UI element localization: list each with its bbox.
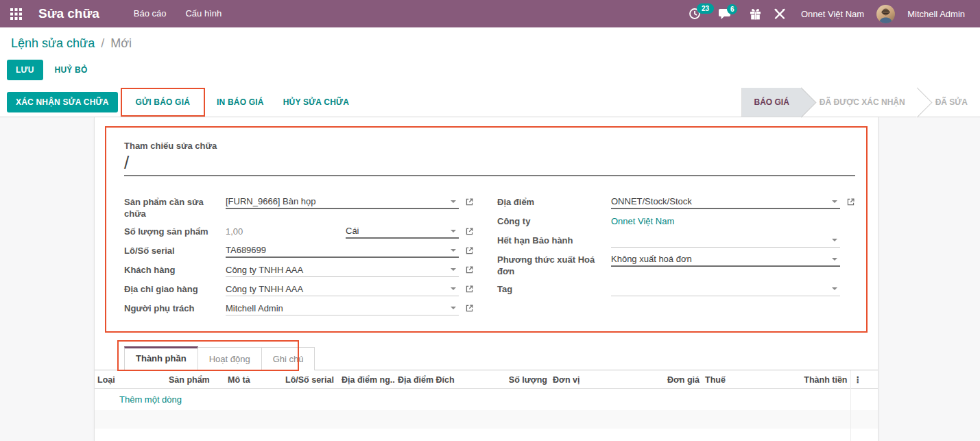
field-row-location: Địa điểm ONNET/Stock/Stock bbox=[497, 195, 855, 209]
components-table: Loại Sản phẩm Mô tả Lô/Số serial Địa điể… bbox=[95, 370, 878, 441]
form-sheet: Tham chiếu sửa chữa / Sản phẩm cần sửa c… bbox=[94, 117, 879, 441]
apps-grid-icon[interactable] bbox=[0, 0, 32, 27]
chevron-down-icon[interactable] bbox=[451, 287, 456, 290]
field-row-product: Sản phẩm cần sửa chữa [FURN_9666] Bàn họ… bbox=[124, 195, 474, 219]
company-value[interactable]: Onnet Việt Nam bbox=[611, 214, 840, 228]
col-lot[interactable]: Lô/Số serial bbox=[283, 370, 339, 389]
col-tax[interactable]: Thuế bbox=[702, 370, 757, 389]
optional-columns-icon[interactable]: ⋮ bbox=[850, 370, 878, 389]
empty-row bbox=[95, 410, 878, 429]
delivery-address-input[interactable]: Công ty TNHH AAA bbox=[226, 282, 459, 296]
col-subtotal[interactable]: Thành tiền bbox=[757, 370, 850, 389]
product-label: Sản phẩm cần sửa chữa bbox=[124, 195, 226, 219]
chevron-down-icon[interactable] bbox=[451, 307, 456, 309]
reference-input[interactable]: / bbox=[124, 151, 855, 176]
chevron-down-icon[interactable] bbox=[451, 249, 456, 252]
field-row-lot: Lô/Số serial TA689699 bbox=[124, 243, 474, 258]
empty-row bbox=[95, 429, 878, 441]
external-link-icon[interactable] bbox=[465, 246, 474, 255]
tab-notes[interactable]: Ghi chú bbox=[261, 347, 315, 370]
col-type[interactable]: Loại bbox=[95, 370, 166, 389]
wrench-tools-icon bbox=[774, 8, 786, 20]
tab-operations[interactable]: Hoạt động bbox=[198, 347, 262, 370]
menu-reports[interactable]: Báo cáo bbox=[124, 0, 176, 27]
discard-button[interactable]: HUỶ BỎ bbox=[46, 60, 97, 80]
chevron-down-icon[interactable] bbox=[832, 200, 837, 203]
chevron-down-icon[interactable] bbox=[451, 230, 456, 233]
breadcrumb-separator: / bbox=[101, 36, 104, 50]
breadcrumb-parent[interactable]: Lệnh sửa chữa bbox=[11, 36, 95, 50]
warranty-input[interactable] bbox=[611, 233, 840, 248]
tools-button[interactable] bbox=[771, 5, 789, 23]
company-label: Công ty bbox=[497, 214, 611, 227]
col-product[interactable]: Sản phẩm bbox=[166, 370, 225, 389]
external-link-icon[interactable] bbox=[465, 304, 474, 313]
warranty-label: Hết hạn Bảo hành bbox=[497, 233, 611, 246]
col-description[interactable]: Mô tả bbox=[225, 370, 283, 389]
send-quotation-button[interactable]: GỬI BÁO GIÁ bbox=[127, 92, 200, 112]
table-row: Thêm một dòng bbox=[95, 389, 878, 411]
gift-button[interactable] bbox=[747, 5, 764, 23]
annotation-box-send-quote: GỬI BÁO GIÁ bbox=[121, 88, 206, 117]
notebook: Thành phần Hoạt động Ghi chú Loại Sản ph… bbox=[95, 346, 878, 441]
table-header-row: Loại Sản phẩm Mô tả Lô/Số serial Địa điể… bbox=[95, 370, 878, 389]
responsible-input[interactable]: Mitchell Admin bbox=[226, 301, 459, 315]
external-link-icon[interactable] bbox=[465, 265, 474, 274]
chevron-down-icon[interactable] bbox=[832, 239, 837, 241]
location-input[interactable]: ONNET/Stock/Stock bbox=[611, 195, 840, 209]
lot-label: Lô/Số serial bbox=[124, 243, 226, 257]
chevron-down-icon[interactable] bbox=[451, 268, 456, 271]
add-a-line-link[interactable]: Thêm một dòng bbox=[119, 394, 182, 405]
quantity-value[interactable]: 1,00 bbox=[226, 226, 346, 237]
col-unit-price[interactable]: Đơn giá bbox=[639, 370, 702, 389]
responsible-label: Người phụ trách bbox=[124, 301, 226, 314]
user-avatar[interactable] bbox=[876, 5, 895, 23]
product-input[interactable]: [FURN_9666] Bàn họp bbox=[226, 195, 459, 209]
top-navbar: Sửa chữa Báo cáo Cấu hình 23 6 bbox=[0, 0, 980, 27]
col-source-location[interactable]: Địa điểm ng... bbox=[339, 370, 395, 389]
status-step-quotation[interactable]: BÁO GIÁ bbox=[742, 88, 802, 117]
save-button[interactable]: LƯU bbox=[7, 60, 43, 80]
col-uom[interactable]: Đơn vị bbox=[550, 370, 639, 389]
invoice-method-label: Phương thức xuất Hoá đơn bbox=[497, 252, 611, 277]
activities-button[interactable]: 23 bbox=[686, 5, 709, 23]
customer-input[interactable]: Công ty TNHH AAA bbox=[226, 263, 459, 277]
app-title[interactable]: Sửa chữa bbox=[38, 6, 99, 21]
uom-input[interactable]: Cái bbox=[346, 224, 459, 239]
content-area: Tham chiếu sửa chữa / Sản phẩm cần sửa c… bbox=[0, 117, 980, 441]
breadcrumb: Lệnh sửa chữa / Mới bbox=[0, 27, 980, 53]
cancel-repair-button[interactable]: HỦY SỬA CHỮA bbox=[274, 92, 358, 112]
external-link-icon[interactable] bbox=[465, 227, 474, 236]
external-link-icon[interactable] bbox=[465, 285, 474, 294]
control-panel: Lệnh sửa chữa / Mới LƯU HUỶ BỎ bbox=[0, 27, 980, 88]
invoice-method-input[interactable]: Không xuất hoá đơn bbox=[611, 252, 840, 267]
status-step-confirmed[interactable]: ĐÃ ĐƯỢC XÁC NHẬN bbox=[802, 88, 918, 117]
chevron-down-icon[interactable] bbox=[451, 200, 456, 203]
external-link-icon[interactable] bbox=[846, 198, 855, 206]
delivery-address-label: Địa chỉ giao hàng bbox=[124, 282, 226, 295]
reference-label: Tham chiếu sửa chữa bbox=[124, 141, 855, 151]
field-row-quantity: Số lượng sản phẩm 1,00 Cái bbox=[124, 224, 474, 239]
print-quotation-button[interactable]: IN BÁO GIÁ bbox=[208, 92, 273, 112]
col-quantity[interactable]: Số lượng bbox=[491, 370, 550, 389]
user-menu[interactable]: Mitchell Admin bbox=[907, 9, 965, 19]
breadcrumb-current: Mới bbox=[110, 36, 132, 50]
quantity-label: Số lượng sản phẩm bbox=[124, 224, 226, 237]
company-switcher[interactable]: Onnet Việt Nam bbox=[801, 9, 864, 19]
status-pipeline: BÁO GIÁ ĐÃ ĐƯỢC XÁC NHẬN ĐÃ SỬA bbox=[741, 88, 980, 117]
chevron-down-icon[interactable] bbox=[832, 258, 837, 261]
gift-icon bbox=[750, 8, 761, 20]
messages-button[interactable]: 6 bbox=[716, 5, 740, 23]
tab-components[interactable]: Thành phần bbox=[124, 346, 198, 370]
tag-input[interactable] bbox=[611, 282, 840, 296]
confirm-repair-button[interactable]: XÁC NHẬN SỬA CHỮA bbox=[7, 92, 118, 112]
lot-input[interactable]: TA689699 bbox=[226, 243, 459, 258]
customer-label: Khách hàng bbox=[124, 263, 226, 276]
col-dest-location[interactable]: Địa điểm Đích bbox=[395, 370, 491, 389]
chevron-down-icon[interactable] bbox=[832, 287, 837, 290]
field-row-company: Công ty Onnet Việt Nam bbox=[497, 214, 855, 228]
external-link-icon[interactable] bbox=[465, 198, 474, 206]
menu-config[interactable]: Cấu hình bbox=[176, 0, 231, 27]
tag-label: Tag bbox=[497, 282, 611, 295]
field-row-delivery-address: Địa chỉ giao hàng Công ty TNHH AAA bbox=[124, 282, 474, 296]
